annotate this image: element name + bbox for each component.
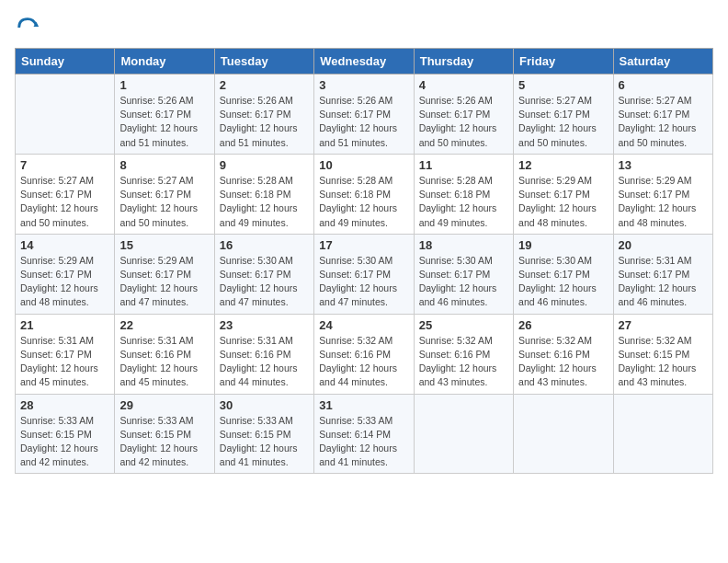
- calendar-cell: 20Sunrise: 5:31 AM Sunset: 6:17 PM Dayli…: [613, 234, 712, 314]
- day-number: 21: [20, 318, 109, 332]
- col-header-friday: Friday: [514, 49, 613, 75]
- day-info: Sunrise: 5:30 AM Sunset: 6:17 PM Dayligh…: [220, 254, 309, 310]
- day-number: 22: [119, 318, 209, 332]
- day-number: 23: [220, 318, 309, 332]
- day-info: Sunrise: 5:29 AM Sunset: 6:17 PM Dayligh…: [119, 254, 209, 310]
- day-number: 20: [619, 238, 708, 252]
- calendar-cell: 30Sunrise: 5:33 AM Sunset: 6:15 PM Dayli…: [214, 394, 313, 474]
- col-header-tuesday: Tuesday: [214, 49, 313, 75]
- calendar-cell: [514, 394, 613, 474]
- day-number: 5: [518, 78, 608, 92]
- day-number: 18: [419, 238, 508, 252]
- calendar-cell: 10Sunrise: 5:28 AM Sunset: 6:18 PM Dayli…: [314, 154, 414, 234]
- day-info: Sunrise: 5:27 AM Sunset: 6:17 PM Dayligh…: [518, 94, 608, 150]
- calendar-cell: 14Sunrise: 5:29 AM Sunset: 6:17 PM Dayli…: [16, 234, 115, 314]
- day-number: 31: [319, 398, 408, 412]
- day-info: Sunrise: 5:29 AM Sunset: 6:17 PM Dayligh…: [619, 174, 708, 230]
- calendar-cell: 1Sunrise: 5:26 AM Sunset: 6:17 PM Daylig…: [115, 75, 214, 155]
- day-number: 16: [220, 238, 309, 252]
- day-info: Sunrise: 5:33 AM Sunset: 6:15 PM Dayligh…: [220, 414, 309, 470]
- calendar-cell: 29Sunrise: 5:33 AM Sunset: 6:15 PM Dayli…: [115, 394, 214, 474]
- day-info: Sunrise: 5:32 AM Sunset: 6:15 PM Dayligh…: [619, 334, 708, 390]
- header-row: SundayMondayTuesdayWednesdayThursdayFrid…: [16, 49, 713, 75]
- day-number: 15: [119, 238, 209, 252]
- calendar-cell: 2Sunrise: 5:26 AM Sunset: 6:17 PM Daylig…: [214, 75, 313, 155]
- calendar-cell: 21Sunrise: 5:31 AM Sunset: 6:17 PM Dayli…: [16, 314, 115, 394]
- day-number: 24: [319, 318, 408, 332]
- calendar-cell: 13Sunrise: 5:29 AM Sunset: 6:17 PM Dayli…: [613, 154, 712, 234]
- day-info: Sunrise: 5:32 AM Sunset: 6:16 PM Dayligh…: [518, 334, 608, 390]
- day-info: Sunrise: 5:33 AM Sunset: 6:14 PM Dayligh…: [319, 414, 408, 470]
- day-info: Sunrise: 5:28 AM Sunset: 6:18 PM Dayligh…: [220, 174, 309, 230]
- day-info: Sunrise: 5:28 AM Sunset: 6:18 PM Dayligh…: [419, 174, 508, 230]
- day-number: 9: [220, 158, 309, 172]
- day-number: 6: [619, 78, 708, 92]
- day-info: Sunrise: 5:30 AM Sunset: 6:17 PM Dayligh…: [419, 254, 508, 310]
- day-number: 27: [619, 318, 708, 332]
- day-info: Sunrise: 5:31 AM Sunset: 6:16 PM Dayligh…: [220, 334, 309, 390]
- logo: [15, 15, 44, 40]
- day-number: 25: [419, 318, 508, 332]
- calendar-cell: 25Sunrise: 5:32 AM Sunset: 6:16 PM Dayli…: [414, 314, 513, 394]
- day-info: Sunrise: 5:29 AM Sunset: 6:17 PM Dayligh…: [518, 174, 608, 230]
- calendar-cell: 15Sunrise: 5:29 AM Sunset: 6:17 PM Dayli…: [115, 234, 214, 314]
- day-info: Sunrise: 5:26 AM Sunset: 6:17 PM Dayligh…: [419, 94, 508, 150]
- day-number: 8: [119, 158, 209, 172]
- calendar-cell: 16Sunrise: 5:30 AM Sunset: 6:17 PM Dayli…: [214, 234, 313, 314]
- logo-icon: [15, 15, 40, 40]
- day-number: 1: [119, 78, 209, 92]
- day-info: Sunrise: 5:31 AM Sunset: 6:16 PM Dayligh…: [119, 334, 209, 390]
- day-info: Sunrise: 5:26 AM Sunset: 6:17 PM Dayligh…: [119, 94, 209, 150]
- day-info: Sunrise: 5:32 AM Sunset: 6:16 PM Dayligh…: [419, 334, 508, 390]
- calendar-cell: 26Sunrise: 5:32 AM Sunset: 6:16 PM Dayli…: [514, 314, 613, 394]
- page-header: [15, 15, 713, 40]
- calendar-cell: 18Sunrise: 5:30 AM Sunset: 6:17 PM Dayli…: [414, 234, 513, 314]
- day-info: Sunrise: 5:30 AM Sunset: 6:17 PM Dayligh…: [319, 254, 408, 310]
- day-number: 14: [20, 238, 109, 252]
- week-row-1: 1Sunrise: 5:26 AM Sunset: 6:17 PM Daylig…: [16, 75, 713, 155]
- week-row-2: 7Sunrise: 5:27 AM Sunset: 6:17 PM Daylig…: [16, 154, 713, 234]
- calendar-cell: 19Sunrise: 5:30 AM Sunset: 6:17 PM Dayli…: [514, 234, 613, 314]
- day-number: 19: [518, 238, 608, 252]
- col-header-thursday: Thursday: [414, 49, 513, 75]
- calendar-cell: [16, 75, 115, 155]
- day-info: Sunrise: 5:27 AM Sunset: 6:17 PM Dayligh…: [20, 174, 109, 230]
- col-header-monday: Monday: [115, 49, 214, 75]
- week-row-4: 21Sunrise: 5:31 AM Sunset: 6:17 PM Dayli…: [16, 314, 713, 394]
- week-row-5: 28Sunrise: 5:33 AM Sunset: 6:15 PM Dayli…: [16, 394, 713, 474]
- day-number: 29: [119, 398, 209, 412]
- day-info: Sunrise: 5:30 AM Sunset: 6:17 PM Dayligh…: [518, 254, 608, 310]
- calendar-cell: 6Sunrise: 5:27 AM Sunset: 6:17 PM Daylig…: [613, 75, 712, 155]
- col-header-wednesday: Wednesday: [314, 49, 414, 75]
- calendar-cell: 4Sunrise: 5:26 AM Sunset: 6:17 PM Daylig…: [414, 75, 513, 155]
- day-number: 28: [20, 398, 109, 412]
- day-info: Sunrise: 5:27 AM Sunset: 6:17 PM Dayligh…: [619, 94, 708, 150]
- day-number: 10: [319, 158, 408, 172]
- day-info: Sunrise: 5:27 AM Sunset: 6:17 PM Dayligh…: [119, 174, 209, 230]
- day-info: Sunrise: 5:29 AM Sunset: 6:17 PM Dayligh…: [20, 254, 109, 310]
- day-number: 26: [518, 318, 608, 332]
- calendar-cell: [613, 394, 712, 474]
- day-info: Sunrise: 5:26 AM Sunset: 6:17 PM Dayligh…: [319, 94, 408, 150]
- calendar-cell: 24Sunrise: 5:32 AM Sunset: 6:16 PM Dayli…: [314, 314, 414, 394]
- day-number: 11: [419, 158, 508, 172]
- calendar-cell: 11Sunrise: 5:28 AM Sunset: 6:18 PM Dayli…: [414, 154, 513, 234]
- calendar-cell: [414, 394, 513, 474]
- calendar-cell: 31Sunrise: 5:33 AM Sunset: 6:14 PM Dayli…: [314, 394, 414, 474]
- day-info: Sunrise: 5:32 AM Sunset: 6:16 PM Dayligh…: [319, 334, 408, 390]
- day-info: Sunrise: 5:33 AM Sunset: 6:15 PM Dayligh…: [119, 414, 209, 470]
- day-number: 3: [319, 78, 408, 92]
- day-number: 17: [319, 238, 408, 252]
- week-row-3: 14Sunrise: 5:29 AM Sunset: 6:17 PM Dayli…: [16, 234, 713, 314]
- day-number: 13: [619, 158, 708, 172]
- day-number: 7: [20, 158, 109, 172]
- calendar-cell: 9Sunrise: 5:28 AM Sunset: 6:18 PM Daylig…: [214, 154, 313, 234]
- day-number: 2: [220, 78, 309, 92]
- calendar-cell: 3Sunrise: 5:26 AM Sunset: 6:17 PM Daylig…: [314, 75, 414, 155]
- col-header-saturday: Saturday: [613, 49, 712, 75]
- calendar-cell: 8Sunrise: 5:27 AM Sunset: 6:17 PM Daylig…: [115, 154, 214, 234]
- calendar-cell: 5Sunrise: 5:27 AM Sunset: 6:17 PM Daylig…: [514, 75, 613, 155]
- day-info: Sunrise: 5:31 AM Sunset: 6:17 PM Dayligh…: [20, 334, 109, 390]
- calendar-cell: 28Sunrise: 5:33 AM Sunset: 6:15 PM Dayli…: [16, 394, 115, 474]
- calendar-table: SundayMondayTuesdayWednesdayThursdayFrid…: [15, 48, 713, 474]
